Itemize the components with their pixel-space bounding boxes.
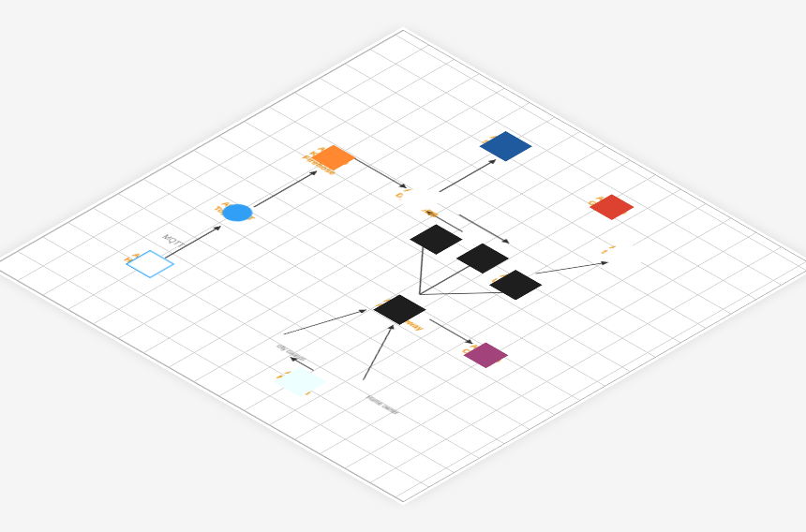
svg-line-4 bbox=[459, 214, 509, 243]
svg-line-7 bbox=[380, 247, 462, 295]
architecture-grid: MQTT 53 Amazon Route 53 Amazon Hex AWS I… bbox=[0, 30, 806, 503]
lambda-node-3: λ Amazon Lambda bbox=[489, 270, 543, 300]
home-owner-actor: Home owner bbox=[330, 375, 375, 401]
dynamodb-node: ◯ Amazon DynamoDB bbox=[393, 185, 446, 214]
glacier-node: Amazon Glacier bbox=[585, 192, 638, 222]
lambda-node-2: λ bbox=[456, 244, 510, 273]
svg-line-8 bbox=[420, 266, 470, 294]
svg-line-3 bbox=[440, 159, 496, 191]
sns-node: ≡ Amazon SNS bbox=[599, 242, 652, 272]
svg-line-6 bbox=[330, 325, 426, 380]
svg-line-5 bbox=[284, 298, 366, 346]
iot-topic-node: AWS IoT Topic bbox=[211, 198, 264, 228]
svg-line-2 bbox=[353, 157, 407, 187]
svg-line-12 bbox=[429, 319, 472, 344]
cognito-node: Amazon Cognito bbox=[459, 340, 513, 370]
svg-line-11 bbox=[535, 247, 608, 289]
s3-node: Amazon S3 bbox=[479, 131, 532, 161]
iot-device-node: Amazon Hex bbox=[121, 249, 174, 279]
kinesis-node: Amazon Kinesis Firehose bbox=[306, 142, 360, 172]
city-council-actor: city council bbox=[241, 323, 286, 349]
svg-line-9 bbox=[420, 270, 502, 318]
flow-arrows bbox=[0, 31, 806, 502]
svg-line-1 bbox=[254, 171, 317, 208]
route53-node: 53 Amazon Route 53 bbox=[274, 366, 327, 396]
api-gateway-node: ⇄ Amazon API-Gateway bbox=[373, 294, 426, 324]
mqtt-label: MQTT bbox=[160, 234, 187, 249]
lambda-node-1: λ bbox=[410, 224, 463, 254]
svg-line-13 bbox=[291, 357, 314, 370]
